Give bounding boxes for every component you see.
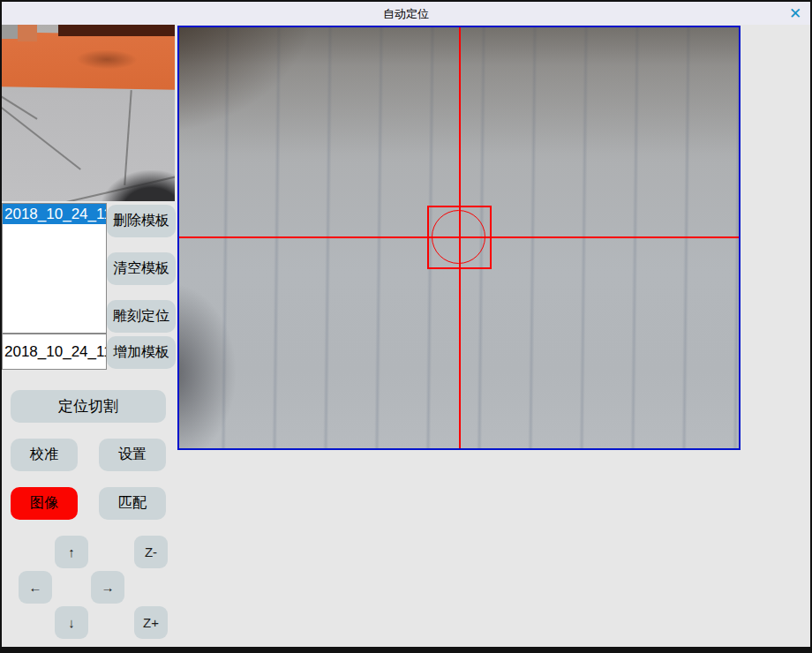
dialog-title: 自动定位 (2, 6, 810, 22)
thumbnail-orange-patch (18, 25, 37, 41)
image-button[interactable]: 图像 (11, 487, 78, 520)
jog-right-button[interactable]: → (91, 571, 124, 604)
add-template-button[interactable]: 增加模板 (107, 336, 176, 369)
settings-button[interactable]: 设置 (99, 439, 166, 471)
position-cut-button[interactable]: 定位切割 (11, 390, 166, 423)
template-list-item[interactable]: 2018_10_24_11 (3, 204, 106, 224)
jog-z-minus-button[interactable]: Z- (134, 536, 168, 568)
jog-z-plus-button[interactable]: Z+ (134, 606, 168, 639)
jog-left-button[interactable]: ← (19, 571, 52, 604)
template-thumbnail (2, 25, 175, 201)
jog-down-button[interactable]: ↓ (55, 606, 88, 639)
delete-template-button[interactable]: 删除模板 (107, 205, 176, 237)
calibrate-button[interactable]: 校准 (11, 439, 78, 471)
clear-template-button[interactable]: 清空模板 (107, 252, 176, 285)
template-list[interactable]: 2018_10_24_11 (2, 203, 107, 334)
thumbnail-dark-object (101, 170, 175, 201)
close-icon[interactable]: ✕ (786, 4, 805, 22)
engrave-position-button[interactable]: 雕刻定位 (107, 300, 176, 333)
dialog-window: 自动定位 ✕ 2018_10_24_11 删除模板 清空模板 雕刻定位 增加模板… (0, 0, 812, 653)
thumbnail-dark-strip (58, 25, 175, 36)
title-bar: 自动定位 ✕ (2, 2, 810, 25)
jog-up-button[interactable]: ↑ (55, 536, 88, 568)
camera-view[interactable] (177, 26, 741, 450)
thumbnail-gray-patch (2, 25, 18, 39)
dialog-client-area: 自动定位 ✕ 2018_10_24_11 删除模板 清空模板 雕刻定位 增加模板… (2, 2, 810, 647)
template-name-field[interactable] (2, 334, 107, 370)
target-circle (432, 210, 485, 264)
match-button[interactable]: 匹配 (99, 487, 166, 520)
